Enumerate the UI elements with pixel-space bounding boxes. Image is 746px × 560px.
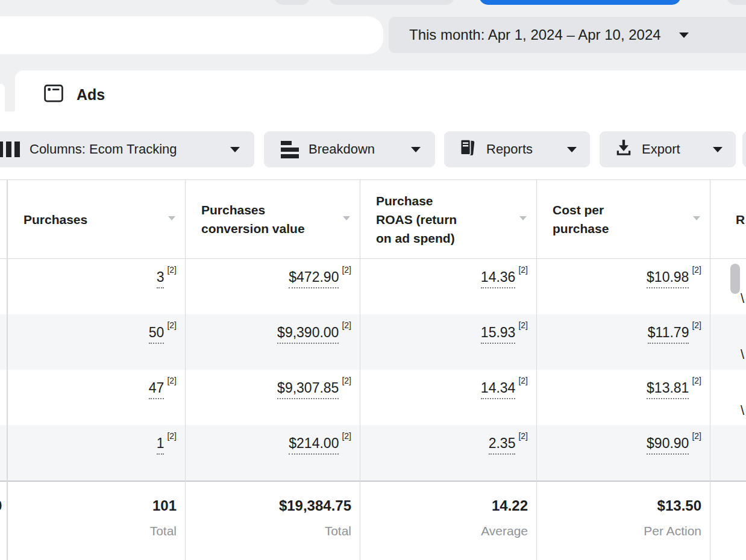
cropped-total-value: 0: [0, 497, 2, 514]
cropped-top-button[interactable]: [328, 0, 455, 5]
reports-icon: [459, 138, 477, 161]
ads-manager-screen: This month: Apr 1, 2024 – Apr 10, 2024 A…: [0, 0, 746, 560]
tab-ads-label: Ads: [77, 86, 105, 104]
breakdown-icon: [281, 141, 299, 158]
footnote-marker: [2]: [518, 431, 528, 441]
totals-conversion-value: $19,384.75 Total: [186, 482, 360, 560]
cell-roas[interactable]: 15.93[2]: [360, 314, 536, 370]
export-button-label: Export: [642, 142, 680, 157]
date-range-label: This month: Apr 1, 2024 – Apr 10, 2024: [409, 26, 661, 43]
cell-roas[interactable]: 2.35[2]: [360, 425, 536, 481]
footnote-marker: [2]: [167, 376, 177, 385]
chevron-down-icon: [230, 147, 240, 152]
column-header-cost-per-purchase[interactable]: Cost per purchase: [537, 180, 710, 258]
cell-conversion-value[interactable]: $214.00[2]: [186, 425, 360, 481]
date-range-button[interactable]: This month: Apr 1, 2024 – Apr 10, 2024: [389, 17, 746, 53]
export-button[interactable]: Export: [600, 131, 736, 167]
footnote-marker: [2]: [342, 376, 351, 385]
columns-button[interactable]: Columns: Ecom Tracking: [0, 131, 254, 167]
vertical-scrollbar-thumb[interactable]: [730, 264, 740, 294]
cell-roas[interactable]: 14.36[2]: [360, 259, 536, 314]
columns-icon: [0, 142, 20, 157]
cell-conversion-value[interactable]: $9,307.85[2]: [186, 370, 360, 425]
totals-roas: 14.22 Average: [360, 482, 536, 560]
breakdown-button[interactable]: Breakdown: [264, 131, 435, 167]
cropped-cell-text: \: [741, 291, 744, 306]
cropped-top-button[interactable]: [274, 0, 310, 5]
sort-caret-icon: [693, 216, 700, 220]
cell-purchases[interactable]: 47[2]: [8, 370, 185, 425]
export-download-icon: [615, 138, 632, 160]
footnote-marker: [2]: [518, 376, 528, 385]
cell-roas[interactable]: 14.34[2]: [360, 370, 536, 425]
cropped-cell-text: \: [741, 347, 744, 362]
cell-conversion-value[interactable]: $472.90[2]: [186, 259, 360, 314]
column-header-roas[interactable]: Purchase ROAS (return on ad spend): [360, 180, 536, 258]
reports-button[interactable]: Reports: [444, 131, 590, 167]
cell-conversion-value[interactable]: $9,390.00[2]: [186, 314, 360, 370]
footnote-marker: [2]: [518, 265, 528, 275]
column-header-purchases[interactable]: Purchases: [8, 180, 185, 258]
footnote-marker: [2]: [518, 320, 528, 330]
cell-cost-per-purchase[interactable]: $11.79[2]: [537, 314, 710, 370]
cropped-primary-button[interactable]: [479, 0, 681, 5]
search-bar[interactable]: [0, 16, 383, 54]
cell-purchases[interactable]: 1[2]: [8, 425, 185, 481]
footnote-marker: [2]: [692, 320, 701, 330]
footnote-marker: [2]: [692, 376, 701, 385]
chevron-down-icon: [679, 33, 689, 38]
cell-cost-per-purchase[interactable]: $13.81[2]: [537, 370, 710, 425]
sort-caret-icon: [168, 216, 175, 220]
cell-purchases[interactable]: 50[2]: [8, 314, 185, 370]
footnote-marker: [2]: [342, 265, 351, 275]
footnote-marker: [2]: [167, 265, 177, 275]
sort-caret-icon: [519, 216, 527, 220]
footnote-marker: [2]: [167, 431, 177, 441]
cell-cost-per-purchase[interactable]: $10.98[2]: [537, 259, 710, 314]
cropped-cell-text: \: [741, 403, 744, 418]
column-header-cropped[interactable]: R: [710, 180, 746, 258]
columns-button-label: Columns: Ecom Tracking: [30, 142, 177, 157]
reports-button-label: Reports: [486, 142, 533, 157]
footnote-marker: [2]: [692, 265, 701, 275]
cropped-toolbar-button[interactable]: [742, 131, 746, 167]
footnote-marker: [2]: [167, 320, 177, 330]
sort-caret-icon: [343, 216, 350, 220]
footnote-marker: [2]: [342, 320, 351, 330]
footnote-marker: [2]: [342, 431, 351, 441]
ads-window-icon: [43, 82, 64, 107]
cropped-top-button[interactable]: [726, 0, 746, 5]
chevron-down-icon: [567, 147, 577, 152]
breakdown-button-label: Breakdown: [309, 142, 375, 157]
cell-cost-per-purchase[interactable]: $90.90[2]: [537, 425, 710, 481]
column-header-conversion-value[interactable]: Purchases conversion value: [186, 180, 360, 258]
totals-cost-per-purchase: $13.50 Per Action: [537, 482, 710, 560]
totals-purchases: 101 Total: [8, 482, 185, 560]
chevron-down-icon: [713, 147, 722, 152]
footnote-marker: [2]: [692, 431, 701, 441]
cell-purchases[interactable]: 3[2]: [8, 259, 185, 314]
chevron-down-icon: [411, 147, 421, 152]
